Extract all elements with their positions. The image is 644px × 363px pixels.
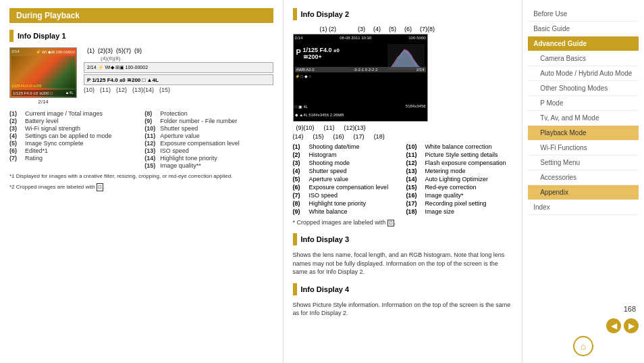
legend-item-11: (11) Aperture value xyxy=(144,132,273,139)
legend-item-2: (2) Battery level xyxy=(9,118,138,124)
nav-basic-guide[interactable]: Basic Guide xyxy=(528,22,639,37)
info-display-1-header: Info Display 1 xyxy=(9,30,273,42)
callout-bottom-row: (10) (11) (12) (13)(14) (15) xyxy=(84,87,273,93)
legend-item-1: (1) Current image / Total images xyxy=(9,110,138,117)
legend-1: (1) Current image / Total images (8) Pro… xyxy=(9,110,273,169)
info3-text: Shows the lens name, focal length, and a… xyxy=(293,251,513,276)
data-row-main: P 1/125 F4.0 ±0 ≅200 □ ▲4L xyxy=(84,74,273,85)
screen-top-bar: 2/14 ⚡ Wi ◆⊞ 100-00002 xyxy=(11,49,75,54)
nav-tv-av-m[interactable]: Tv, Av, and M Mode xyxy=(528,111,639,126)
leg2-item-8: (8) Highlight tone priority xyxy=(293,200,400,207)
data-row-top: 2/14 ⚡ Wi◆ ⊞▣ 100-00002 xyxy=(84,62,273,73)
info-display-2-header: Info Display 2 xyxy=(293,8,513,20)
leg2-item-16: (16) Image quality* xyxy=(406,192,512,199)
leg2-item-6: (6) Exposure compensation level xyxy=(293,184,400,191)
info-display-1-title: Info Display 1 xyxy=(18,32,66,40)
nav-before-use[interactable]: Before Use xyxy=(528,7,639,22)
crop-icon: ⊡ xyxy=(97,183,103,191)
leg2-item-7: (7) ISO speed xyxy=(293,192,400,199)
footnote-1: *1 Displayed for images with a creative … xyxy=(9,172,273,180)
legend-item-10: (10) Shutter speed xyxy=(144,125,273,132)
nav-advanced-guide[interactable]: Advanced Guide xyxy=(528,37,639,51)
callout-2-mid: (9)(10) (11) (12)(13) xyxy=(293,124,513,131)
leg2-item-14: (14) Auto Lighting Optimizer xyxy=(406,176,512,183)
callout-2-bottom: (14) (15) (16) (17) (18) xyxy=(293,133,513,140)
screen-bottom-bar: 1/125 F4.0 ±0 ≅200 □ ▲4L xyxy=(11,90,75,96)
info-display-2-title: Info Display 2 xyxy=(301,10,350,18)
leg2-item-12: (12) Flash exposure compensation xyxy=(406,160,512,166)
screen-icons: ⚡ Wi ◆⊞ 100-00002 xyxy=(36,49,75,54)
middle-panel: Info Display 2 (1) (2) (3) (4) (5) (6) (… xyxy=(284,0,523,363)
page-number: 168 xyxy=(528,302,639,316)
leg2-item-10: (10) White balance correction xyxy=(406,143,512,150)
prev-arrow[interactable]: ◀ xyxy=(606,318,621,333)
info3-section: Info Display 3 Shows the lens name, foca… xyxy=(293,233,513,276)
crop-icon-2: ⊡ xyxy=(387,220,394,226)
info2-screen: 2/14 08-08 2011 10:30 100-5000 P 1/125 F… xyxy=(293,34,428,122)
leg2-item-17: (17) Recording pixel setting xyxy=(406,200,512,207)
info-display-3-title: Info Display 3 xyxy=(301,235,350,243)
legend-item-13: (13) ISO speed xyxy=(144,147,273,154)
display-area-1: 2/14 ⚡ Wi ◆⊞ 100-00002 1/125 F4.0 ±0 ≅20… xyxy=(9,47,273,105)
legend-2: (1) Shooting date/time (10) White balanc… xyxy=(293,143,513,215)
info4-text: Shows Picture Style information. Informa… xyxy=(293,301,513,318)
leg2-item-5: (5) Aperture value xyxy=(293,176,400,183)
legend-item-6: (6) Edited*1 xyxy=(9,147,138,154)
leg2-item-3: (3) Shooting mode xyxy=(293,160,400,166)
legend-item-12: (12) Exposure compensation level xyxy=(144,140,273,147)
nav-arrows: ◀ ▶ xyxy=(528,318,639,333)
right-panel: Before Use Basic Guide Advanced Guide Ca… xyxy=(522,0,644,363)
leg2-item-2: (2) Histogram xyxy=(293,151,400,158)
legend-item-8: (8) Protection xyxy=(144,110,273,117)
legend-item-15: (15) Image quality** xyxy=(144,162,273,169)
info-display-3-header: Info Display 3 xyxy=(293,233,513,245)
callout-top-row: (1) (2)(3) (5)(7) (9) xyxy=(84,47,273,54)
nav-playback-mode[interactable]: Playback Mode xyxy=(528,126,639,141)
info-display-4-header: Info Display 4 xyxy=(293,283,513,295)
callout-2-top: (1) (2) (3) (4) (5) (6) (7)(8) xyxy=(293,26,513,32)
cropped-note-2: * Cropped images are labeled with ⊡. xyxy=(293,219,513,226)
leg2-item-1: (1) Shooting date/time xyxy=(293,143,400,150)
legend-item-3: (3) Wi-Fi signal strength xyxy=(9,125,138,132)
leg2-item-9: (9) White balance xyxy=(293,208,400,215)
info4-section: Info Display 4 Shows Picture Style infor… xyxy=(293,283,513,318)
yellow-bar-4-icon xyxy=(293,283,297,295)
nav-camera-basics[interactable]: Camera Basics xyxy=(528,51,639,66)
leg2-item-15: (15) Red-eye correction xyxy=(406,184,512,191)
legend-item-5: (5) Image Sync complete xyxy=(9,140,138,147)
nav-auto-mode[interactable]: Auto Mode / Hybrid Auto Mode xyxy=(528,66,639,81)
legend-item-4: (4) Settings can be applied to mode xyxy=(9,132,138,139)
section-title: During Playback xyxy=(9,8,273,23)
camera-screen-1: 2/14 ⚡ Wi ◆⊞ 100-00002 1/125 F4.0 ±0 ≅20… xyxy=(9,47,77,98)
info2-screen-wrapper: 2/14 08-08 2011 10:30 100-5000 P 1/125 F… xyxy=(293,34,513,122)
footnote-2: *2 Cropped images are labeled with ⊡. xyxy=(9,183,273,191)
callout-area-1: (1) (2)(3) (5)(7) (9) (4)(6)(8) 2/14 ⚡ W… xyxy=(84,47,273,105)
screen-label-1: 2/14 xyxy=(9,99,77,105)
nav-setting-menu[interactable]: Setting Menu xyxy=(528,155,639,170)
histogram xyxy=(387,44,425,70)
leg2-item-13: (13) Metering mode xyxy=(406,168,512,174)
nav-appendix[interactable]: Appendix xyxy=(528,185,639,200)
leg2-item-18: (18) Image size xyxy=(406,208,512,215)
yellow-bar-3-icon xyxy=(293,233,297,245)
yellow-bar-icon xyxy=(9,30,14,42)
leg2-item-4: (4) Shutter speed xyxy=(293,168,400,174)
nav-index[interactable]: Index xyxy=(528,200,639,215)
next-arrow[interactable]: ▶ xyxy=(624,318,639,333)
nav-other-shooting[interactable]: Other Shooting Modes xyxy=(528,81,639,96)
info-display-4-title: Info Display 4 xyxy=(301,285,350,293)
legend-item-7: (7) Rating xyxy=(9,155,138,162)
nav-wifi[interactable]: Wi-Fi Functions xyxy=(528,141,639,155)
screen-date: 2/14 xyxy=(11,49,20,54)
home-button[interactable]: ⌂ xyxy=(573,336,593,356)
yellow-bar-2-icon xyxy=(293,8,297,20)
left-panel: During Playback Info Display 1 2/14 ⚡ Wi… xyxy=(0,0,284,363)
legend-item-14: (14) Highlight tone priority xyxy=(144,155,273,162)
nav-p-mode[interactable]: P Mode xyxy=(528,96,639,111)
nav-accessories[interactable]: Accessories xyxy=(528,170,639,185)
leg2-item-11: (11) Picture Style setting details xyxy=(406,151,512,158)
legend-item-9: (9) Folder number - File number xyxy=(144,118,273,124)
